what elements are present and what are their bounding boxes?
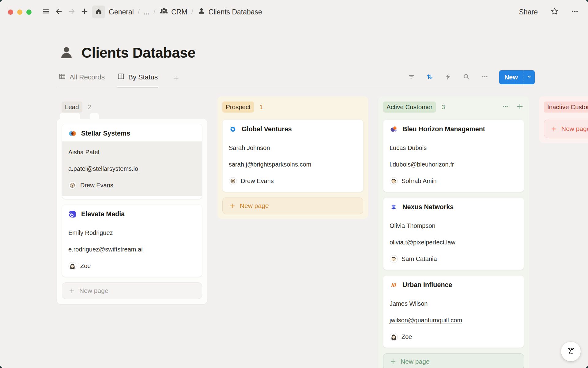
- new-tab-button[interactable]: [78, 6, 91, 18]
- breadcrumb: General / ... / CRM: [107, 5, 264, 19]
- record-card[interactable]: Bleu Horizon Management Lucas Dubois l.d…: [383, 120, 524, 192]
- new-record-dropdown[interactable]: [523, 70, 535, 84]
- column-options-button[interactable]: [502, 103, 509, 111]
- favorite-button[interactable]: [549, 6, 560, 18]
- email-link[interactable]: sarah.j@brightsparksolns.com: [229, 161, 311, 168]
- minimize-window-button[interactable]: [17, 10, 22, 15]
- card-email: sarah.j@brightsparksolns.com: [229, 160, 357, 169]
- automations-button[interactable]: [443, 73, 453, 82]
- sort-button[interactable]: [425, 73, 434, 82]
- view-tabs: All Records By Status: [58, 72, 180, 87]
- card-company-name: Stellar Systems: [81, 130, 130, 137]
- forward-button[interactable]: [65, 6, 78, 18]
- record-card[interactable]: Nexus Networks Olivia Thompson olivia.t@…: [383, 197, 524, 270]
- card-email: e.rodriguez@swiftstream.ai: [68, 245, 196, 254]
- column-status-pill[interactable]: Prospect: [222, 102, 254, 113]
- kanban-board: Lead2 Stellar Systems Aisha Patel a.pate…: [57, 96, 588, 368]
- nexus-networks-logo: [390, 203, 398, 211]
- breadcrumb-general[interactable]: General: [107, 7, 136, 17]
- email-link[interactable]: e.rodriguez@swiftstream.ai: [68, 246, 143, 253]
- tab-by-status[interactable]: By Status: [117, 72, 158, 87]
- card-contact-name: Aisha Patel: [68, 148, 196, 156]
- card-header: Bleu Horizon Management: [383, 120, 524, 137]
- new-page-button[interactable]: New page: [544, 120, 588, 138]
- star-icon: [550, 7, 559, 17]
- column-status-pill[interactable]: Lead: [62, 102, 82, 113]
- home-button[interactable]: [92, 6, 105, 18]
- card-header: Urban Influence: [383, 276, 524, 293]
- new-page-button[interactable]: New page: [222, 197, 363, 214]
- card-contact-name: Emily Rodriguez: [68, 229, 196, 237]
- board-column-inactive-customer: Inactive CustomerNew page: [539, 96, 588, 143]
- breadcrumb-separator: /: [191, 8, 193, 16]
- sam-catania-avatar: [390, 255, 398, 263]
- new-record-button[interactable]: New: [499, 70, 535, 84]
- ai-assistant-button[interactable]: [561, 342, 581, 361]
- search-button[interactable]: [462, 73, 471, 82]
- board-column-active-customer: Active Customer3 Bleu Horizon Management…: [378, 96, 529, 368]
- column-cards: Bleu Horizon Management Lucas Dubois l.d…: [383, 120, 524, 368]
- breadcrumb-separator: /: [153, 8, 155, 16]
- back-button[interactable]: [52, 6, 65, 18]
- card-owner: Drew Evans: [68, 181, 196, 190]
- zoom-window-button[interactable]: [26, 10, 32, 15]
- card-header: Nexus Networks: [383, 198, 524, 215]
- card-header: Stellar Systems: [62, 124, 202, 141]
- breadcrumb-separator: /: [138, 8, 140, 16]
- record-card[interactable]: Elevate Media Emily Rodriguez e.rodrigue…: [62, 205, 202, 277]
- new-page-button[interactable]: New page: [62, 282, 202, 299]
- add-view-button[interactable]: [172, 75, 180, 87]
- email-link[interactable]: olivia.t@pixelperfect.law: [390, 239, 455, 246]
- column-card-count: 2: [88, 103, 91, 111]
- people-icon: [159, 6, 168, 17]
- global-ventures-logo: [229, 125, 237, 133]
- elevate-media-logo: [68, 210, 77, 218]
- record-card[interactable]: Urban Influence James Wilson jwilson@qua…: [383, 275, 524, 348]
- plus-icon: [390, 358, 397, 365]
- share-button[interactable]: Share: [517, 7, 540, 17]
- card-email: jwilson@quantumquill.com: [390, 316, 518, 324]
- card-owner: Sohrab Amin: [390, 177, 518, 185]
- view-options-button[interactable]: [480, 73, 489, 82]
- email-link[interactable]: l.dubois@bleuhorizon.fr: [390, 161, 454, 168]
- new-page-label: New page: [401, 358, 430, 365]
- add-card-button[interactable]: [516, 102, 524, 112]
- search-icon: [462, 73, 470, 82]
- urban-influence-logo: [390, 281, 398, 289]
- card-email: olivia.t@pixelperfect.law: [390, 238, 518, 247]
- column-header: Inactive Customer: [544, 101, 588, 113]
- column-cards: Global Ventures Sarah Johnson sarah.j@br…: [222, 120, 363, 214]
- new-page-label: New page: [561, 125, 588, 132]
- breadcrumb-crm[interactable]: CRM: [157, 5, 189, 19]
- window-titlebar: General / ... / CRM: [0, 0, 588, 24]
- card-owner-name: Drew Evans: [241, 177, 274, 185]
- board-view-icon: [117, 72, 125, 82]
- record-card[interactable]: Stellar Systems Aisha Patel a.patel@stel…: [62, 124, 202, 199]
- plus-icon: [68, 287, 75, 294]
- card-owner-name: Sohrab Amin: [401, 177, 437, 185]
- card-company-name: Nexus Networks: [402, 203, 454, 211]
- column-tab-decoration: [90, 113, 99, 119]
- card-contact-name: Olivia Thompson: [390, 222, 518, 230]
- page-options-button[interactable]: [570, 6, 580, 18]
- table-view-icon: [58, 72, 66, 82]
- lightning-icon: [444, 73, 452, 82]
- card-owner: Sam Catania: [390, 255, 518, 263]
- breadcrumb-collapsed[interactable]: ...: [142, 7, 151, 17]
- email-link[interactable]: jwilson@quantumquill.com: [390, 317, 462, 324]
- tab-all-records[interactable]: All Records: [58, 72, 105, 87]
- record-card[interactable]: Global Ventures Sarah Johnson sarah.j@br…: [222, 120, 363, 192]
- column-status-pill[interactable]: Active Customer: [383, 102, 436, 113]
- page-title: Clients Database: [81, 44, 195, 61]
- card-company-name: Global Ventures: [242, 125, 292, 133]
- breadcrumb-clients-database[interactable]: Clients Database: [195, 6, 264, 18]
- window-controls: [8, 10, 32, 15]
- email-link[interactable]: a.patel@stellarsystems.io: [68, 165, 138, 172]
- filter-button[interactable]: [407, 73, 416, 82]
- new-page-button[interactable]: New page: [383, 353, 524, 368]
- sidebar-toggle-button[interactable]: [40, 6, 52, 18]
- person-icon[interactable]: [58, 44, 75, 61]
- column-status-pill[interactable]: Inactive Customer: [544, 102, 588, 113]
- close-window-button[interactable]: [8, 10, 13, 15]
- column-header: Prospect1: [222, 101, 363, 113]
